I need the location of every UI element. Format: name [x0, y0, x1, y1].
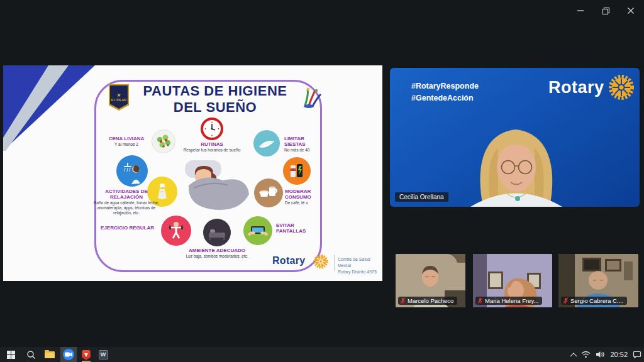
taskbar: W 20:52: [0, 347, 644, 362]
word-app-button[interactable]: W: [94, 347, 112, 362]
committee-line1: Comité de Salud Mental: [338, 256, 382, 269]
committee-line2: Rotary Distrito 4975: [338, 269, 382, 275]
action-center-button[interactable]: [633, 351, 641, 358]
mic-muted-icon: [477, 297, 483, 304]
folder-icon: [45, 351, 55, 358]
participant-name-tag: Marcelo Pacheco: [398, 297, 457, 305]
search-button[interactable]: [21, 347, 40, 362]
hammock-siesta-icon: [253, 130, 280, 156]
sleeping-person-illustration: [181, 149, 255, 217]
energy-drinks-icon: [283, 157, 311, 185]
item-sub: Luz baja, sonidos moderados, etc.: [182, 254, 252, 259]
close-button[interactable]: [623, 4, 639, 18]
meeting-window: ★ EL PILAR PAUTAS DE HIGIENE DEL SUEÑO: [0, 0, 644, 362]
item-limitar-siestas: LIMITAR SIESTAS No más de 40: [284, 136, 321, 153]
shield-star-icon: ★: [116, 93, 121, 98]
item-label: ACTIVIDADES DE RELAJACIÓN: [89, 189, 164, 200]
participant-name-tag: Maria Helena Frey...: [475, 297, 542, 305]
item-ambiente-adecuado: AMBIENTE ADECUADO Luz baja, sonidos mode…: [182, 248, 252, 259]
participant-name-tag: Sergio Cabrera C....: [561, 297, 627, 305]
restore-icon: [602, 7, 610, 15]
item-sub: Baño de agua caliente, tomar leche, arom…: [89, 200, 164, 215]
slide-corner-stripes: [3, 65, 104, 153]
item-ejercicio-regular: EJERCICIO REGULAR: [97, 225, 157, 231]
chevron-up-icon: [570, 353, 577, 359]
item-sub: No más de 40: [284, 148, 321, 153]
start-button[interactable]: [0, 347, 21, 362]
notification-icon: [633, 351, 641, 358]
zoom-app-button[interactable]: [60, 347, 77, 362]
speaker-portrait: [390, 68, 640, 207]
clock-icon: [201, 118, 223, 140]
tray-expand-button[interactable]: [571, 352, 576, 357]
clock-time[interactable]: 20:52: [610, 351, 628, 358]
speaker-name: Cecilia Orellana: [399, 194, 444, 200]
participant-video-tile[interactable]: Maria Helena Frey...: [473, 254, 552, 307]
minimize-button[interactable]: [572, 4, 589, 18]
participant-name: Marcelo Pacheco: [408, 297, 453, 304]
rotary-wordmark: Rotary: [272, 255, 305, 266]
shield-text: EL PILAR: [111, 98, 126, 102]
item-label: CENA LIVIANA: [95, 136, 158, 141]
shared-screen-slide: ★ EL PILAR PAUTAS DE HIGIENE DEL SUEÑO: [3, 65, 382, 281]
participant-video-tile[interactable]: Marcelo Pacheco: [396, 254, 465, 307]
phone-screens-icon: [243, 216, 272, 245]
slide-title: PAUTAS DE HIGIENE DEL SUEÑO: [127, 83, 303, 116]
participant-video-tile[interactable]: Sergio Cabrera C....: [558, 254, 638, 307]
committee-text: Comité de Salud Mental Rotary Distrito 4…: [338, 256, 382, 275]
item-label: RUTINAS: [174, 141, 250, 147]
item-label: MODERAR CONSUMO: [285, 189, 329, 200]
window-controls: [572, 4, 639, 18]
slide-title-line2: DEL SUEÑO: [127, 99, 303, 116]
item-label: EVITAR PANTALLAS: [276, 222, 323, 234]
word-icon: W: [99, 350, 108, 359]
network-button[interactable]: [581, 351, 591, 358]
item-label: AMBIENTE ADECUADO: [182, 248, 252, 253]
volume-button[interactable]: [596, 351, 605, 358]
restore-button[interactable]: [597, 4, 614, 18]
windows-logo-icon: [7, 351, 15, 359]
mic-muted-icon: [400, 297, 406, 304]
item-actividades-relajacion: ACTIVIDADES DE RELAJACIÓN Baño de agua c…: [89, 189, 164, 216]
item-label: EJERCICIO REGULAR: [97, 225, 157, 231]
speaker-name-tag: Cecilia Orellana: [395, 192, 448, 202]
brave-browser-button[interactable]: [78, 347, 94, 362]
exercise-icon: [161, 216, 191, 246]
brave-icon: [82, 350, 91, 360]
search-icon: [26, 350, 36, 359]
mic-muted-icon: [563, 297, 569, 304]
bedroom-ambient-icon: [203, 219, 231, 246]
item-evitar-pantallas: EVITAR PANTALLAS: [276, 222, 323, 234]
item-cena-liviana: CENA LIVIANA Y al menos 2: [95, 136, 158, 147]
shower-relaxation-icon: [116, 155, 148, 187]
speaker-video-tile[interactable]: #RotaryResponde #GentedeAcción Rotary: [390, 68, 640, 207]
wifi-icon: [581, 351, 591, 358]
slide-title-line1: PAUTAS DE HIGIENE: [127, 83, 303, 99]
zoom-camera-icon: [63, 349, 74, 360]
item-moderar-consumo: MODERAR CONSUMO De café, té o: [285, 189, 329, 206]
footer-divider: [334, 255, 335, 271]
item-sub: Y al menos 2: [95, 142, 158, 147]
committee-hands-logo: [300, 87, 324, 109]
minimize-icon: [577, 7, 584, 14]
item-sub: De café, té o: [285, 200, 329, 206]
rotary-gear-icon: [313, 253, 329, 270]
school-shield-logo: ★ EL PILAR: [109, 84, 129, 111]
coffee-cups-icon: [254, 178, 283, 207]
item-label: LIMITAR SIESTAS: [284, 136, 321, 147]
participant-name: Maria Helena Frey...: [485, 297, 538, 304]
close-icon: [627, 7, 635, 14]
participant-name: Sergio Cabrera C....: [570, 297, 623, 304]
speaker-icon: [596, 351, 605, 358]
file-explorer-button[interactable]: [40, 347, 59, 362]
